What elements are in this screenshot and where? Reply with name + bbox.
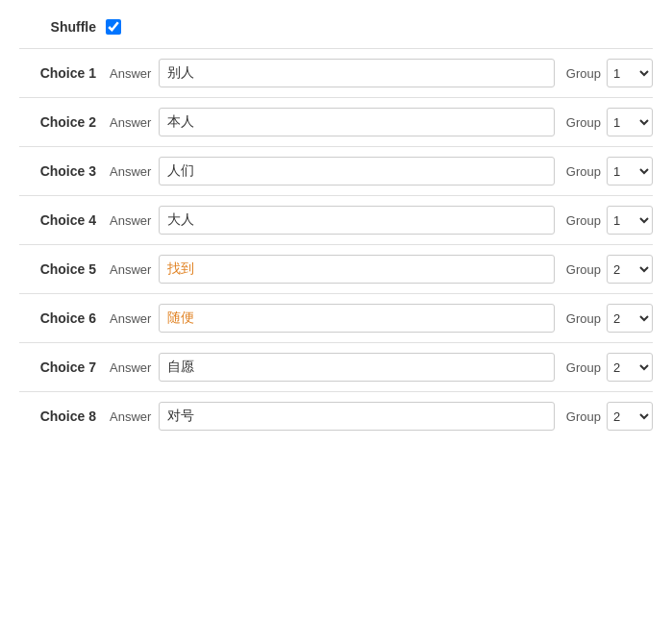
answer-input-1[interactable] <box>159 59 555 87</box>
group-label-4: Group <box>566 213 601 228</box>
choice-row: Choice 2AnswerGroup1234 <box>19 97 653 146</box>
choice-row: Choice 7AnswerGroup1234 <box>19 342 653 391</box>
group-select-2[interactable]: 1234 <box>607 108 653 136</box>
group-select-6[interactable]: 1234 <box>607 304 653 333</box>
answer-input-4[interactable] <box>159 206 555 235</box>
choice-row: Choice 4AnswerGroup1234 <box>19 195 653 244</box>
choice-label-1: Choice 1 <box>19 65 96 81</box>
answer-label-1: Answer <box>110 66 151 81</box>
group-label-3: Group <box>566 164 601 179</box>
answer-label-2: Answer <box>110 115 151 130</box>
choice-label-7: Choice 7 <box>19 359 96 375</box>
answer-label-7: Answer <box>110 360 151 375</box>
group-label-8: Group <box>566 409 601 424</box>
answer-input-3[interactable] <box>159 157 555 186</box>
group-label-1: Group <box>566 66 601 81</box>
group-select-3[interactable]: 1234 <box>607 157 653 186</box>
choice-label-6: Choice 6 <box>19 310 96 326</box>
answer-label-5: Answer <box>110 262 151 277</box>
shuffle-label: Shuffle <box>19 19 96 35</box>
choice-label-4: Choice 4 <box>19 212 96 228</box>
group-select-5[interactable]: 1234 <box>607 255 653 284</box>
choice-label-8: Choice 8 <box>19 409 96 424</box>
group-select-8[interactable]: 1234 <box>607 402 653 431</box>
choice-label-3: Choice 3 <box>19 163 96 179</box>
answer-label-8: Answer <box>110 409 151 424</box>
group-select-7[interactable]: 1234 <box>607 353 653 382</box>
group-label-2: Group <box>566 115 601 130</box>
shuffle-checkbox[interactable] <box>106 19 121 35</box>
answer-label-3: Answer <box>110 164 151 179</box>
answer-input-7[interactable] <box>159 353 555 382</box>
answer-label-6: Answer <box>110 311 151 326</box>
choice-row: Choice 6AnswerGroup1234 <box>19 293 653 342</box>
group-label-6: Group <box>566 311 601 326</box>
group-select-1[interactable]: 1234 <box>607 59 653 87</box>
choice-row: Choice 1AnswerGroup1234 <box>19 48 653 97</box>
choice-row: Choice 5AnswerGroup1234 <box>19 244 653 293</box>
answer-input-5[interactable] <box>159 255 555 284</box>
answer-input-8[interactable] <box>159 402 555 431</box>
main-container: Shuffle Choice 1AnswerGroup1234Choice 2A… <box>0 0 672 450</box>
group-label-7: Group <box>566 360 601 375</box>
choice-row: Choice 8AnswerGroup1234 <box>19 391 653 440</box>
shuffle-row: Shuffle <box>19 10 653 48</box>
answer-input-6[interactable] <box>159 304 555 333</box>
choice-row: Choice 3AnswerGroup1234 <box>19 146 653 195</box>
choice-label-2: Choice 2 <box>19 114 96 130</box>
group-select-4[interactable]: 1234 <box>607 206 653 235</box>
group-label-5: Group <box>566 262 601 277</box>
choice-label-5: Choice 5 <box>19 261 96 277</box>
answer-label-4: Answer <box>110 213 151 228</box>
choices-container: Choice 1AnswerGroup1234Choice 2AnswerGro… <box>19 48 653 440</box>
answer-input-2[interactable] <box>159 108 555 136</box>
